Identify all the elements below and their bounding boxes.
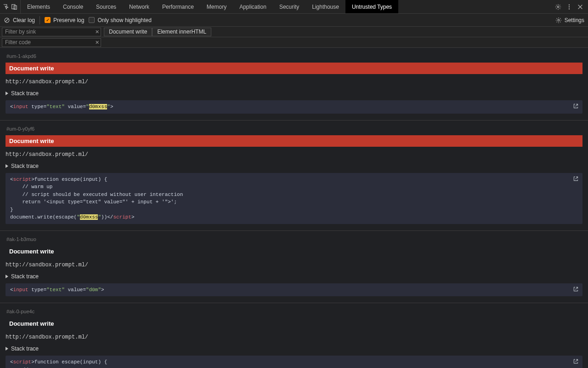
filter-sink-wrap: ✕	[2, 28, 101, 36]
code-snippet: <input type="text" value="d0m">	[6, 283, 582, 297]
code-snippet: <input type="text" value="d0mxss">	[6, 100, 582, 114]
entry-id: #ak-1-b3muo	[6, 235, 582, 246]
stack-trace-toggle[interactable]: Stack trace	[6, 344, 582, 356]
highlighted-checkbox-icon	[89, 17, 95, 23]
filter-row-code: ✕	[0, 37, 588, 48]
more-vert-icon[interactable]	[566, 4, 572, 10]
disclosure-triangle-icon	[6, 92, 8, 95]
tab-security[interactable]: Security	[273, 0, 305, 13]
stack-trace-label: Stack trace	[11, 90, 39, 97]
filter-chips: Document writeElement innerHTML	[104, 28, 211, 36]
devtools-tabs: ElementsConsoleSourcesNetworkPerformance…	[21, 0, 550, 13]
stack-trace-label: Stack trace	[11, 163, 39, 169]
filter-chip[interactable]: Document write	[104, 28, 152, 36]
filter-row-sink: ✕ Document writeElement innerHTML	[0, 27, 588, 37]
tabstrip-right-icons	[550, 0, 588, 13]
tab-console[interactable]: Console	[57, 0, 90, 13]
clear-input-icon[interactable]: ✕	[95, 29, 99, 35]
devtools-tabstrip: ElementsConsoleSourcesNetworkPerformance…	[0, 0, 588, 14]
disclosure-triangle-icon	[6, 164, 8, 168]
entry-title: Document write	[6, 63, 582, 74]
filter-code-wrap: ✕	[2, 38, 101, 47]
clear-log-button[interactable]: Clear log	[4, 17, 35, 23]
entry-url: http://sandbox.prompt.ml/	[6, 332, 582, 344]
close-icon[interactable]	[577, 4, 583, 10]
disclosure-triangle-icon	[6, 275, 8, 278]
tab-lighthouse[interactable]: Lighthouse	[305, 0, 345, 13]
svg-point-2	[557, 6, 559, 8]
panel-settings-button[interactable]: Settings	[555, 17, 584, 23]
stack-trace-label: Stack trace	[11, 345, 39, 352]
preserve-checkbox-icon: ✓	[45, 17, 51, 23]
log-entry: #ak-1-b3muoDocument writehttp://sandbox.…	[0, 231, 588, 304]
panel-settings-label: Settings	[565, 17, 584, 23]
tab-untrusted-types[interactable]: Untrusted Types	[345, 0, 398, 13]
tab-elements[interactable]: Elements	[21, 0, 57, 13]
log-entry: #um-1-akpd6Document writehttp://sandbox.…	[0, 48, 588, 121]
separator	[40, 16, 40, 24]
preserve-log-label: Preserve log	[53, 17, 84, 23]
filter-code-input[interactable]	[2, 38, 101, 47]
only-highlighted-label: Only show highlighted	[97, 17, 151, 23]
entry-id: #um-1-akpd6	[6, 52, 582, 63]
log-entry: #ak-0-pue4cDocument writehttp://sandbox.…	[0, 303, 588, 368]
stack-trace-toggle[interactable]: Stack trace	[6, 272, 582, 283]
only-highlighted-toggle[interactable]: Only show highlighted	[89, 17, 151, 23]
tab-sources[interactable]: Sources	[90, 0, 123, 13]
entry-url: http://sandbox.prompt.ml/	[6, 150, 582, 161]
device-toggle-icon[interactable]	[11, 4, 17, 10]
open-external-icon[interactable]	[573, 358, 579, 367]
entry-id: #ak-0-pue4c	[6, 307, 582, 318]
code-snippet: <script>function escape(input) { // warm…	[6, 173, 582, 224]
svg-point-3	[569, 4, 570, 5]
log-entry: #um-0-y0yf6Document writehttp://sandbox.…	[0, 121, 588, 231]
preserve-log-toggle[interactable]: ✓ Preserve log	[45, 17, 84, 23]
entry-title: Document write	[6, 246, 582, 257]
stack-trace-toggle[interactable]: Stack trace	[6, 89, 582, 100]
stack-trace-label: Stack trace	[11, 273, 39, 280]
tabstrip-left-icons	[0, 0, 21, 13]
disclosure-triangle-icon	[6, 347, 8, 351]
entry-id: #um-0-y0yf6	[6, 124, 582, 135]
open-external-icon[interactable]	[573, 103, 579, 112]
tab-memory[interactable]: Memory	[200, 0, 233, 13]
clear-icon	[4, 17, 10, 23]
stack-trace-toggle[interactable]: Stack trace	[6, 161, 582, 173]
entry-title: Document write	[6, 318, 582, 329]
filter-chip[interactable]: Element innerHTML	[152, 28, 211, 36]
filter-sink-input[interactable]	[2, 28, 101, 36]
clear-input-icon[interactable]: ✕	[95, 40, 99, 46]
svg-point-5	[569, 8, 570, 9]
entry-title: Document write	[6, 135, 582, 147]
gear-icon[interactable]	[555, 4, 561, 10]
inspect-icon[interactable]	[3, 4, 9, 10]
log-entries-container[interactable]: #um-1-akpd6Document writehttp://sandbox.…	[0, 48, 588, 368]
panel-toolbar: Clear log ✓ Preserve log Only show highl…	[0, 14, 588, 27]
code-snippet: <script>function escape(input) { // warm…	[6, 356, 582, 368]
svg-point-7	[558, 19, 560, 21]
svg-point-4	[569, 6, 570, 7]
panel-toolbar-left: Clear log ✓ Preserve log Only show highl…	[4, 16, 152, 24]
open-external-icon[interactable]	[573, 286, 579, 295]
entry-url: http://sandbox.prompt.ml/	[6, 77, 582, 89]
open-external-icon[interactable]	[573, 176, 579, 184]
tab-network[interactable]: Network	[123, 0, 156, 13]
entry-url: http://sandbox.prompt.ml/	[6, 260, 582, 272]
clear-log-label: Clear log	[13, 17, 35, 23]
svg-rect-0	[12, 4, 15, 9]
tab-performance[interactable]: Performance	[156, 0, 200, 13]
tab-application[interactable]: Application	[233, 0, 273, 13]
gear-icon	[555, 17, 562, 23]
